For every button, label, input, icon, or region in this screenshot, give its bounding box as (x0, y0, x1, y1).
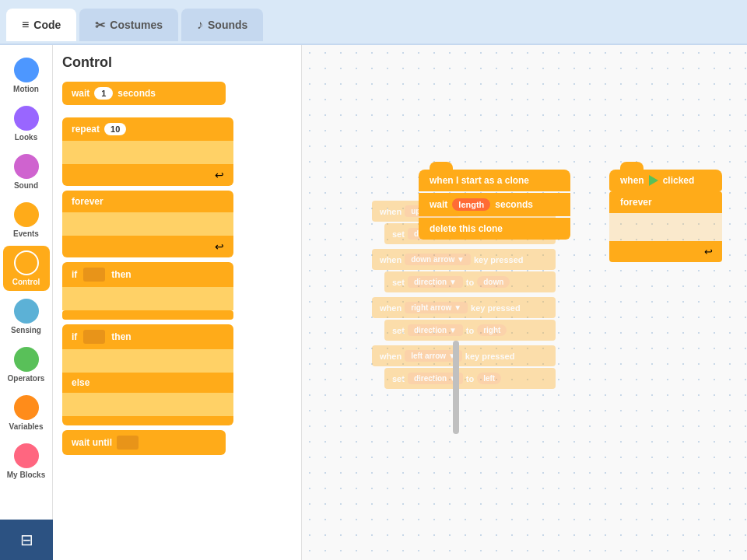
tab-costumes[interactable]: ✂ Costumes (79, 9, 178, 41)
wait-length-block[interactable]: wait length seconds (419, 193, 570, 216)
blocks-panel: Control wait 1 seconds repeat 10 ↩ forev… (53, 45, 302, 560)
looks-dot (14, 106, 39, 131)
green-flag-icon (649, 175, 658, 186)
sidebar-label-variables: Variables (9, 422, 44, 431)
forever-block[interactable]: forever ↩ (62, 191, 292, 257)
else-label: else (62, 373, 233, 393)
sidebar-item-sound[interactable]: Sound (3, 149, 50, 194)
tab-sounds-label: Sounds (208, 19, 247, 31)
delete-clone-block[interactable]: delete this clone (419, 218, 570, 240)
forever-body (609, 213, 722, 241)
sidebar-label-motion: Motion (13, 85, 39, 93)
operators-dot (14, 347, 39, 372)
sound-dot (14, 154, 39, 179)
scroll-indicator[interactable] (453, 341, 459, 434)
myblocks-dot (14, 443, 39, 468)
sidebar-label-myblocks: My Blocks (7, 471, 45, 479)
events-dot (14, 202, 39, 227)
sidebar-item-events[interactable]: Events (3, 198, 50, 243)
costumes-icon: ✂ (95, 18, 105, 33)
if-else-block[interactable]: if then else (62, 324, 292, 425)
condition-slot3 (117, 436, 139, 450)
sidebar-label-sound: Sound (14, 181, 38, 190)
sounds-icon: ♪ (197, 18, 203, 32)
sidebar-item-motion[interactable]: Motion (3, 53, 50, 98)
sidebar-item-variables[interactable]: Variables (3, 390, 50, 436)
sidebar-label-events: Events (13, 229, 39, 238)
tab-code-label: Code (33, 19, 61, 31)
sidebar-item-myblocks[interactable]: My Blocks (3, 439, 50, 484)
sidebar-item-looks[interactable]: Looks (3, 101, 50, 146)
length-input[interactable]: length (452, 198, 490, 211)
tab-code[interactable]: ≡ Code (6, 9, 76, 41)
sidebar-label-control: Control (12, 278, 40, 286)
code-icon: ≡ (22, 18, 29, 32)
main-layout: Motion Looks Sound Events Control Sensin… (0, 45, 747, 560)
control-dot (14, 250, 39, 275)
forever-container[interactable]: forever ↩ (609, 191, 722, 262)
sidebar: Motion Looks Sound Events Control Sensin… (0, 45, 53, 560)
condition-slot (83, 268, 105, 282)
wait-until-block[interactable]: wait until (62, 430, 292, 460)
repeat-block[interactable]: repeat 10 ↩ (62, 117, 292, 186)
sidebar-label-sensing: Sensing (11, 326, 41, 334)
scratch-area[interactable]: when up arrow ▼ key pressed set directio… (302, 45, 747, 560)
wait-block[interactable]: wait 1 seconds (62, 82, 292, 110)
toolbar-icon: ⊟ (20, 530, 33, 549)
condition-slot2 (83, 330, 105, 344)
sidebar-label-operators: Operators (8, 374, 45, 383)
motion-dot (14, 58, 39, 82)
sidebar-item-control[interactable]: Control (3, 246, 50, 291)
sidebar-label-looks: Looks (15, 133, 37, 142)
tab-sounds[interactable]: ♪ Sounds (181, 9, 263, 41)
when-flag-hat[interactable]: when clicked (609, 170, 722, 191)
sidebar-item-operators[interactable]: Operators (3, 342, 50, 387)
forever-hat: forever (609, 191, 722, 213)
clone-script-group: when I start as a clone wait length seco… (419, 170, 570, 240)
variables-dot (14, 395, 39, 420)
sidebar-item-sensing[interactable]: Sensing (3, 294, 50, 339)
bottom-toolbar[interactable]: ⊟ (0, 520, 53, 560)
if-then-block[interactable]: if then (62, 262, 292, 320)
when-clone-hat[interactable]: when I start as a clone (419, 170, 570, 191)
top-tabs: ≡ Code ✂ Costumes ♪ Sounds (0, 0, 747, 45)
flag-script-group: when clicked forever ↩ (609, 170, 722, 264)
sensing-dot (14, 299, 39, 324)
forever-foot: ↩ (609, 241, 722, 262)
panel-title: Control (62, 54, 292, 71)
tab-costumes-label: Costumes (110, 19, 163, 31)
